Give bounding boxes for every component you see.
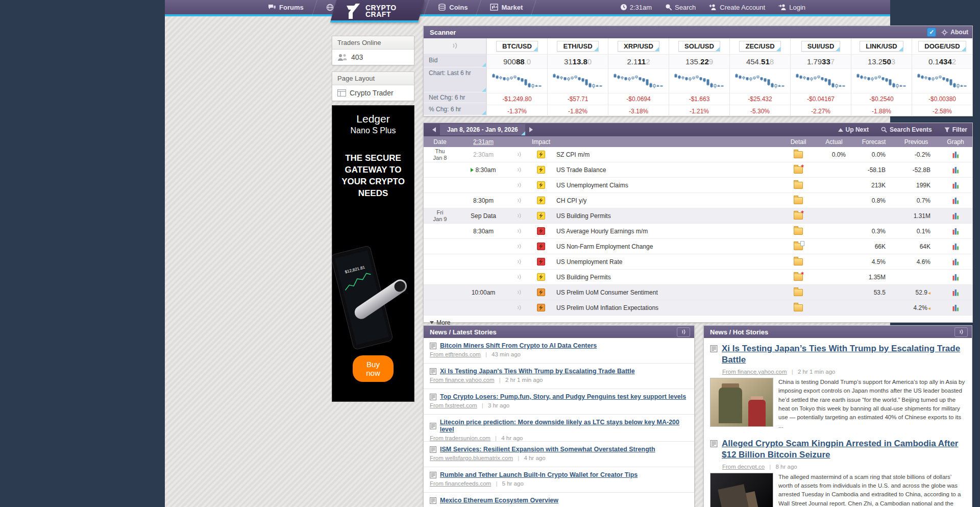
search-events-button[interactable]: Search Events (881, 126, 932, 133)
about-button[interactable]: About (941, 29, 968, 36)
detail-folder-icon[interactable] (794, 304, 803, 311)
news-story-link[interactable]: ISM Services: Resilient Expansion with S… (440, 446, 655, 453)
detail-folder-icon[interactable] (794, 228, 803, 235)
news-story-link[interactable]: Bitcoin Miners Shift From Crypto to AI D… (440, 342, 597, 349)
filter-button[interactable]: Filter (944, 126, 967, 133)
hot-sound-toggle[interactable] (954, 327, 968, 337)
news-story-link[interactable]: Mexico Ethereum Ecosystem Overview (440, 497, 558, 504)
event-graph-button[interactable] (939, 151, 972, 158)
event-title[interactable]: US Building Permits (554, 274, 782, 281)
news-source-link[interactable]: From financefeeds.com (430, 480, 491, 487)
event-graph-button[interactable] (939, 197, 972, 204)
pair-symbol[interactable]: LINK/USD (860, 41, 903, 52)
news-source-link[interactable]: From etftrends.com (430, 351, 481, 357)
event-title[interactable]: US Prelim UoM Inflation Expectations (554, 304, 782, 311)
detail-folder-icon[interactable] (794, 151, 803, 158)
event-title[interactable]: SZ CPI m/m (554, 151, 782, 158)
event-graph-button[interactable] (939, 243, 972, 250)
news-story-link[interactable]: Top Crypto Losers: Pump.fun, Story, and … (440, 393, 686, 400)
event-title[interactable]: US Prelim UoM Consumer Sentiment (554, 289, 782, 296)
up-next-button[interactable]: Up Next (838, 126, 869, 133)
news-source-link[interactable]: From fxstreet.com (430, 402, 477, 408)
prev-dates-button[interactable] (429, 125, 439, 134)
event-sound-toggle[interactable] (510, 243, 528, 250)
event-title[interactable]: US Average Hourly Earnings m/m (554, 228, 782, 235)
chart-row-label[interactable]: Chart: Last 6 hr (424, 67, 486, 92)
event-graph-button[interactable] (939, 182, 972, 189)
event-graph-button[interactable] (939, 166, 972, 174)
event-title[interactable]: US Unemployment Claims (554, 182, 782, 189)
pair-symbol[interactable]: ZEC/USD (739, 41, 780, 52)
event-sound-toggle[interactable] (510, 182, 528, 188)
nav-item-forums[interactable]: Forums (257, 0, 315, 14)
event-sound-toggle[interactable] (510, 274, 528, 280)
event-graph-button[interactable] (939, 289, 972, 296)
event-sound-toggle[interactable] (510, 304, 528, 311)
event-graph-button[interactable] (939, 212, 972, 220)
col-time-link[interactable]: 2:31am (456, 138, 510, 146)
detail-folder-icon[interactable] (794, 182, 803, 189)
pair-symbol[interactable]: XRP/USD (618, 41, 659, 52)
news-story-link[interactable]: Xi Is Testing Japan's Ties With Trump by… (440, 368, 635, 375)
news-meta: From financefeeds.com | 5 hr ago (430, 480, 689, 487)
pair-symbol[interactable]: SOL/USD (678, 41, 720, 52)
page-layout-selector[interactable]: Crypto Trader (332, 85, 414, 101)
pair-symbol[interactable]: SUI/USD (801, 41, 841, 52)
detail-folder-icon[interactable] (794, 274, 803, 281)
sound-waves-icon (517, 228, 522, 234)
hot-story-link[interactable]: Alleged Crypto Scam Kingpin Arrested in … (722, 438, 966, 461)
pair-symbol[interactable]: BTC/USD (496, 41, 538, 52)
event-sound-toggle[interactable] (510, 258, 528, 265)
detail-folder-icon[interactable] (794, 197, 803, 204)
buy-now-button[interactable]: Buy now (353, 355, 394, 382)
calendar-date-range[interactable]: Jan 8, 2026 - Jan 9, 2026 (440, 124, 525, 135)
story-image[interactable] (710, 473, 773, 507)
scanner-sound-checkbox[interactable]: ✓ (927, 28, 936, 37)
detail-folder-icon[interactable] (794, 243, 803, 250)
ledger-ad[interactable]: Ledger Nano S Plus THE SECURE GATEWAY TO… (332, 105, 414, 402)
next-dates-button[interactable] (526, 125, 536, 134)
event-sound-toggle[interactable] (510, 289, 528, 296)
pct-change-row-label[interactable]: % Chg: 6 hr (424, 103, 486, 115)
event-sound-toggle[interactable] (510, 151, 528, 158)
news-source-link[interactable]: From wellsfargo.bluematrix.com (430, 455, 513, 461)
login-button[interactable]: Login (778, 4, 805, 11)
news-source-link[interactable]: From finance.yahoo.com (430, 377, 495, 383)
event-title[interactable]: CH CPI y/y (554, 197, 782, 204)
detail-folder-icon[interactable] (794, 258, 803, 265)
event-sound-toggle[interactable] (510, 212, 528, 219)
pair-symbol[interactable]: DOGE/USD (918, 41, 966, 52)
bid-row-label[interactable]: Bid (424, 54, 486, 67)
hot-story-link[interactable]: Xi Is Testing Japan’s Ties With Trump by… (722, 343, 966, 366)
news-story-link[interactable]: Litecoin price prediction: More downside… (440, 419, 689, 433)
news-story-link[interactable]: Rumble and Tether Launch Built-In Crypto… (440, 471, 638, 478)
event-title[interactable]: US Non-Farm Employment Change (554, 243, 782, 250)
story-image[interactable] (710, 378, 773, 427)
nav-item-coins[interactable]: Coins (427, 0, 479, 14)
pair-symbol[interactable]: ETH/USD (557, 41, 598, 52)
detail-folder-icon[interactable] (794, 166, 803, 174)
latest-sound-toggle[interactable] (677, 327, 690, 337)
event-title[interactable]: US Unemployment Rate (554, 258, 782, 265)
detail-folder-icon[interactable] (794, 212, 803, 220)
event-graph-button[interactable] (939, 304, 972, 311)
event-graph-button[interactable] (939, 274, 972, 281)
news-source-link[interactable]: From tradersunion.com (430, 435, 491, 441)
impact-icon (537, 243, 545, 250)
search-button[interactable]: Search (665, 4, 696, 11)
event-sound-toggle[interactable] (510, 228, 528, 234)
nav-item-market[interactable]: Market (479, 0, 534, 14)
create-account-button[interactable]: Create Account (709, 4, 765, 11)
detail-folder-icon[interactable] (794, 289, 803, 296)
scanner-sound-cell[interactable] (424, 38, 486, 54)
event-title[interactable]: US Trade Balance (554, 166, 782, 174)
hot-source-link[interactable]: From decrypt.co (722, 464, 765, 470)
event-title[interactable]: US Building Permits (554, 212, 782, 220)
event-sound-toggle[interactable] (510, 197, 528, 204)
event-graph-button[interactable] (939, 258, 972, 265)
event-graph-button[interactable] (939, 228, 972, 235)
calendar-more-link[interactable]: More (424, 316, 972, 326)
brand-logo[interactable]: CRYPTO CRAFT (333, 0, 421, 22)
event-sound-toggle[interactable] (510, 166, 528, 173)
hot-source-link[interactable]: From finance.yahoo.com (722, 369, 787, 375)
